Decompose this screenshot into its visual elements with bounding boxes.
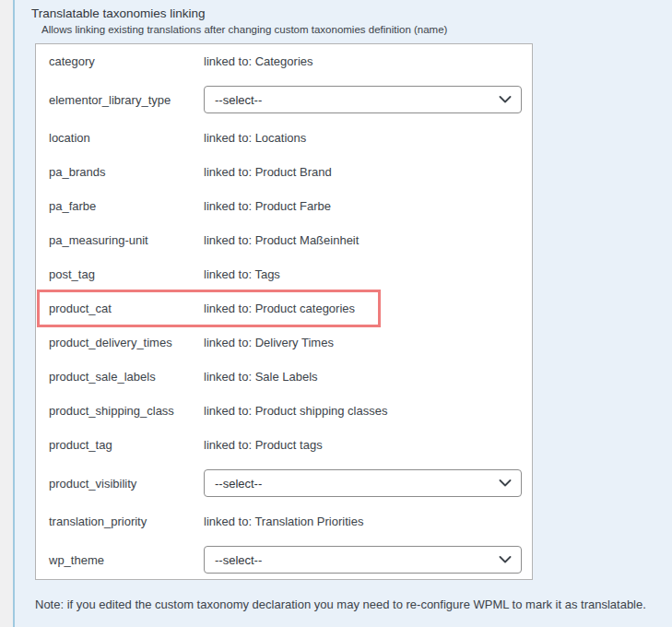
taxonomy-select[interactable]: --select-- — [204, 469, 522, 497]
taxonomy-name: wp_theme — [49, 553, 204, 567]
taxonomy-row: product_catlinked to: Product categories — [36, 291, 532, 325]
taxonomy-name: product_delivery_times — [49, 336, 204, 349]
taxonomy-name: product_tag — [49, 438, 204, 452]
taxonomy-select[interactable]: --select-- — [204, 86, 522, 113]
translatable-taxonomies-section: Translatable taxonomies linking Allows l… — [15, 0, 672, 627]
footer-note: Note: if you edited the custom taxonomy … — [35, 597, 672, 611]
taxonomy-row: elementor_library_type--select-- — [36, 78, 532, 121]
linked-to-text: linked to: Sale Labels — [204, 370, 318, 384]
taxonomy-name: category — [49, 54, 204, 68]
section-title: Translatable taxonomies linking — [31, 6, 672, 22]
taxonomy-row: categorylinked to: Categories — [36, 44, 532, 78]
linked-to-text: linked to: Product Farbe — [204, 199, 331, 213]
taxonomy-select-wrap: --select-- — [204, 546, 522, 574]
taxonomy-name: location — [49, 131, 204, 145]
taxonomy-name: post_tag — [49, 267, 204, 281]
taxonomy-name: elementor_library_type — [49, 93, 204, 107]
taxonomy-name: product_sale_labels — [49, 370, 204, 384]
taxonomies-list-box: categorylinked to: Categorieselementor_l… — [35, 43, 533, 580]
linked-to-text: linked to: Product shipping classes — [204, 404, 387, 418]
settings-page: Translatable taxonomies linking Allows l… — [0, 0, 672, 627]
taxonomy-select-wrap: --select-- — [204, 469, 522, 497]
linked-to-text: linked to: Translation Priorities — [204, 515, 363, 528]
taxonomy-name: translation_priority — [49, 515, 204, 528]
taxonomy-row: pa_measuring-unitlinked to: Product Maße… — [36, 223, 532, 257]
taxonomy-row: product_delivery_timeslinked to: Deliver… — [36, 325, 532, 360]
linked-to-text: linked to: Locations — [204, 131, 306, 145]
taxonomy-name: product_shipping_class — [49, 404, 204, 418]
taxonomy-row: product_sale_labelslinked to: Sale Label… — [36, 360, 532, 394]
taxonomy-row: locationlinked to: Locations — [36, 121, 532, 155]
taxonomy-row: product_shipping_classlinked to: Product… — [36, 394, 532, 428]
linked-to-text: linked to: Delivery Times — [204, 336, 334, 349]
linked-to-text: linked to: Product tags — [204, 438, 323, 452]
left-margin-strip — [0, 0, 13, 627]
linked-to-text: linked to: Product Maßeinheit — [204, 233, 359, 247]
taxonomy-name: product_visibility — [49, 477, 204, 491]
taxonomy-select[interactable]: --select-- — [204, 546, 522, 574]
linked-to-text: linked to: Categories — [204, 54, 313, 68]
taxonomy-row: pa_brandslinked to: Product Brand — [36, 155, 532, 189]
linked-to-text: linked to: Product categories — [204, 302, 355, 315]
taxonomy-row: product_visibility--select-- — [36, 462, 532, 504]
taxonomy-name: product_cat — [49, 302, 204, 315]
section-subtitle: Allows linking existing translations aft… — [31, 22, 672, 37]
linked-to-text: linked to: Tags — [204, 267, 280, 281]
linked-to-text: linked to: Product Brand — [204, 165, 332, 179]
taxonomy-row: product_taglinked to: Product tags — [36, 428, 532, 462]
taxonomy-name: pa_measuring-unit — [49, 233, 204, 247]
taxonomy-row: translation_prioritylinked to: Translati… — [36, 504, 532, 538]
taxonomy-select-wrap: --select-- — [204, 86, 522, 113]
taxonomy-name: pa_brands — [49, 165, 204, 179]
taxonomy-row: post_taglinked to: Tags — [36, 257, 532, 291]
taxonomy-name: pa_farbe — [49, 199, 204, 213]
taxonomy-row: wp_theme--select-- — [36, 538, 532, 580]
taxonomy-row: pa_farbelinked to: Product Farbe — [36, 189, 532, 223]
